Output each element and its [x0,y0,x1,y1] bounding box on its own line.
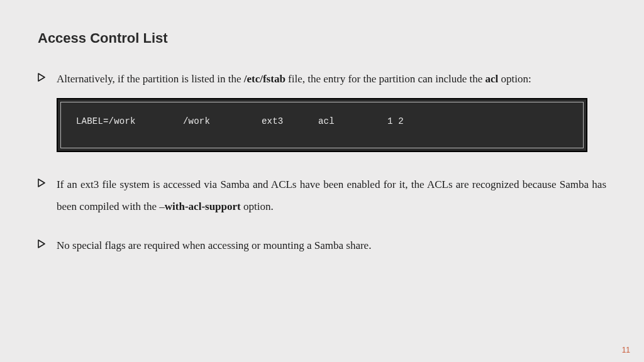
bullet-item-2: If an ext3 file system is accessed via S… [38,173,606,218]
code-block-inner: LABEL=/work /work ext3 acl 1 2 [60,102,584,148]
bullet-item-3: No special flags are required when acces… [38,234,606,257]
bullet-text: option: [498,73,531,85]
bullet-text: file, the entry for the partition can in… [286,73,486,85]
bullet-text: No special flags are required when acces… [57,239,371,251]
bullet-text: Alternatively, if the partition is liste… [57,73,244,85]
chevron-right-icon [38,239,47,248]
bullet-bold: with-acl-support [165,200,241,212]
bullet-list: Alternatively, if the partition is liste… [38,68,606,90]
slide-title: Access Control List [38,30,606,47]
fstab-options: acl [318,116,387,126]
code-block: LABEL=/work /work ext3 acl 1 2 [57,98,587,152]
fstab-device: LABEL=/work [76,116,183,126]
bullet-bold: /etc/fstab [244,73,286,85]
chevron-right-icon [38,73,47,82]
bullet-text: option. [241,200,274,212]
bullet-text: If an ext3 file system is accessed via S… [57,178,606,213]
bullet-list-2: If an ext3 file system is accessed via S… [38,173,606,257]
chevron-right-icon [38,178,47,187]
bullet-bold: acl [486,73,499,85]
fstab-mountpoint: /work [183,116,262,126]
fstab-fstype: ext3 [262,116,318,126]
bullet-item-1: Alternatively, if the partition is liste… [38,68,606,90]
fstab-dump-pass: 1 2 [387,116,404,126]
fstab-line: LABEL=/work /work ext3 acl 1 2 [76,116,568,126]
page-number: 11 [622,346,630,354]
